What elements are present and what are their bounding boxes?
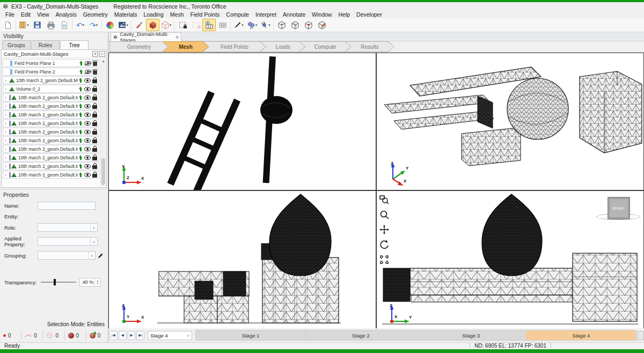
dropdown-caret-icon[interactable]: ▾: [90, 238, 97, 245]
tab-stage-2[interactable]: Stage 2: [305, 330, 415, 340]
lock-icon[interactable]: [92, 114, 97, 117]
tab-stage-1[interactable]: Stage 1: [196, 330, 305, 340]
stage-up-icon[interactable]: [79, 112, 82, 115]
expand-icon[interactable]: ›: [5, 164, 9, 168]
tree-item[interactable]: ›10th march 2_geom.Default.Mesh 8_1: [3, 153, 99, 161]
visibility-on-icon[interactable]: [84, 164, 91, 168]
dropdown-caret-icon[interactable]: ▾: [170, 23, 172, 27]
expand-icon[interactable]: ›: [5, 95, 9, 100]
menu-interpret[interactable]: Interpret: [252, 11, 280, 18]
tools-button[interactable]: [133, 19, 146, 31]
tree-root-row[interactable]: Cavity_Domain-Multi-Stages + −: [2, 50, 106, 58]
view-cube[interactable]: RIGHT: [608, 197, 630, 219]
visibility-on-icon[interactable]: [84, 138, 91, 143]
dropdown-caret-icon[interactable]: ▾: [90, 224, 97, 231]
stage-up-icon[interactable]: [79, 104, 82, 106]
visibility-on-icon[interactable]: [84, 147, 91, 151]
dropdown-caret-icon[interactable]: ▾: [255, 23, 258, 27]
menu-developer[interactable]: Developer: [353, 11, 385, 18]
wireframe-view-button[interactable]: ▾: [159, 19, 173, 31]
viewport-top-right[interactable]: Z Y X: [377, 53, 643, 190]
save-button[interactable]: [31, 19, 44, 31]
expand-icon[interactable]: ›: [5, 104, 9, 108]
expand-icon[interactable]: ›: [5, 121, 9, 126]
transparency-slider[interactable]: [41, 282, 76, 283]
tree-item[interactable]: ›10th march 2_geom.Default.Mesh 12,: [3, 76, 99, 84]
workflow-step-geometry[interactable]: Geometry: [109, 41, 169, 52]
menu-window[interactable]: Window: [309, 11, 335, 18]
visibility-on-icon[interactable]: [84, 87, 91, 91]
next-stage-button[interactable]: ▶: [128, 331, 136, 340]
display-colors-button[interactable]: [103, 19, 116, 31]
expand-icon[interactable]: ›: [5, 113, 9, 117]
first-stage-button[interactable]: |◀: [109, 331, 118, 340]
visibility-on-icon[interactable]: [84, 156, 91, 160]
view-cube-2-button[interactable]: [288, 19, 302, 31]
applied-property-select[interactable]: ▾: [38, 237, 98, 246]
menu-loading[interactable]: Loading: [140, 11, 166, 18]
visibility-off-icon[interactable]: [85, 61, 91, 65]
stage-up-icon[interactable]: [79, 164, 82, 166]
view-cube-1-button[interactable]: [275, 19, 288, 31]
lock-icon[interactable]: [92, 105, 97, 109]
rotate-button[interactable]: [379, 239, 390, 250]
new-file-button[interactable]: [1, 19, 14, 31]
stage-up-icon[interactable]: [79, 129, 82, 132]
menu-materials[interactable]: Materials: [111, 11, 141, 18]
dropdown-caret-icon[interactable]: ▾: [88, 252, 95, 259]
stage-tabs-overflow-button[interactable]: [638, 331, 644, 340]
stage-select[interactable]: Stage 4▾: [148, 331, 192, 340]
dropdown-caret-icon[interactable]: ▾: [83, 23, 85, 27]
stage-up-icon[interactable]: [79, 86, 82, 89]
print-button[interactable]: [44, 19, 57, 31]
expand-icon[interactable]: ›: [5, 147, 9, 151]
delete-icon[interactable]: [93, 70, 97, 75]
menu-view[interactable]: View: [34, 11, 53, 18]
expand-icon[interactable]: ›: [5, 130, 9, 134]
tree-item[interactable]: ›10th march 2_geom.Default.Mesh 4_1: [3, 171, 99, 179]
fit-view-button[interactable]: [379, 254, 390, 265]
stage-up-icon[interactable]: [79, 138, 82, 141]
tree-item[interactable]: ›10th march 2_geom.Default.Mesh 9_1: [3, 111, 99, 119]
role-select[interactable]: ▾: [38, 223, 98, 232]
menu-file[interactable]: File: [2, 11, 18, 18]
spin-down-icon[interactable]: ▼: [97, 282, 99, 285]
lock-icon[interactable]: [92, 79, 97, 83]
previous-stage-button[interactable]: ◀: [119, 331, 127, 340]
scrollbar-thumb[interactable]: [101, 158, 105, 184]
plugins-button[interactable]: ▾: [259, 19, 272, 31]
scroll-up-icon[interactable]: ▲: [101, 60, 106, 63]
dropdown-caret-icon[interactable]: ▾: [27, 23, 29, 27]
lock-icon[interactable]: [92, 139, 97, 143]
lock-icon[interactable]: [92, 148, 97, 152]
stage-up-icon[interactable]: [79, 69, 83, 72]
expand-icon[interactable]: ›: [5, 87, 9, 91]
open-project-button[interactable]: ▾: [17, 19, 31, 31]
workflow-step-mesh[interactable]: Mesh: [163, 41, 209, 52]
redo-button[interactable]: ↷▾: [87, 19, 100, 31]
zoom-window-button[interactable]: [379, 194, 390, 205]
visibility-on-icon[interactable]: [84, 130, 91, 134]
menu-geometry[interactable]: Geometry: [80, 11, 111, 18]
lock-icon[interactable]: [92, 131, 97, 135]
menu-analysis[interactable]: Analysis: [53, 11, 80, 18]
tree-item[interactable]: ›10th march 2_geom.Default.Mesh 9_1: [3, 102, 99, 110]
tab-groups[interactable]: Groups: [2, 40, 31, 49]
measure-pen-button[interactable]: ▾: [232, 19, 245, 31]
visibility-on-icon[interactable]: [84, 121, 91, 126]
collapse-all-button[interactable]: −: [99, 51, 105, 57]
expand-icon[interactable]: ›: [5, 138, 9, 143]
menu-mesh[interactable]: Mesh: [167, 11, 187, 18]
lock-icon[interactable]: [92, 157, 97, 160]
document-tab[interactable]: Cavity_Domain-Multi-Stages ×: [111, 32, 181, 41]
dropdown-caret-icon[interactable]: ▾: [185, 334, 192, 337]
selection-window-lock-button[interactable]: [175, 19, 189, 31]
lock-icon[interactable]: [92, 122, 97, 126]
dropdown-caret-icon[interactable]: ▾: [126, 23, 128, 27]
stage-up-icon[interactable]: [79, 121, 82, 123]
tree-item[interactable]: ›10th march 2_geom.Default.Mesh 1_1: [3, 136, 99, 144]
show-node-numbers-button[interactable]: [216, 19, 229, 31]
tab-stage-3[interactable]: Stage 3: [416, 330, 526, 340]
tab-tree[interactable]: Tree: [60, 40, 89, 49]
expand-icon[interactable]: ›: [5, 78, 9, 83]
